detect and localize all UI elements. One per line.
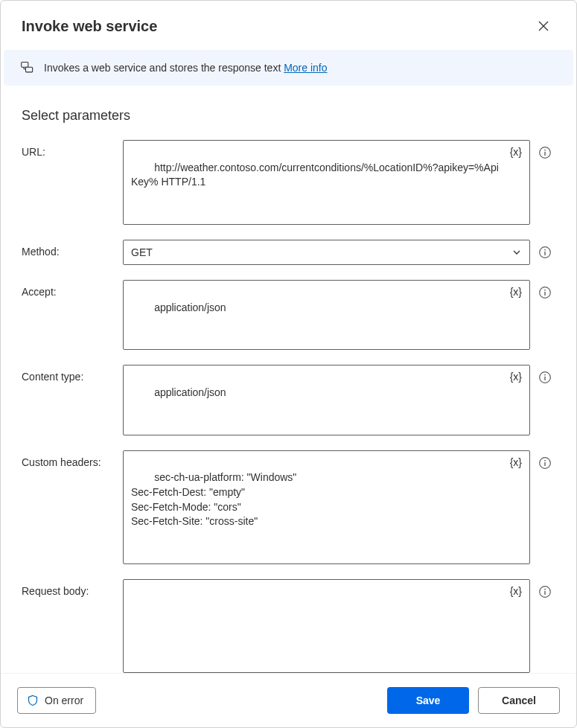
svg-rect-16 — [544, 462, 545, 466]
label-custom-headers: Custom headers: — [22, 450, 115, 468]
label-accept: Accept: — [22, 280, 115, 298]
url-value: http://weather.contoso.com/currentcondit… — [131, 162, 499, 188]
content-type-value: application/json — [154, 386, 226, 398]
row-url: URL: http://weather.contoso.com/currentc… — [22, 140, 555, 225]
row-request-body: Request body: {x} — [22, 579, 555, 673]
svg-point-6 — [544, 249, 546, 251]
cancel-button[interactable]: Cancel — [478, 687, 560, 714]
method-select[interactable]: GET — [123, 240, 530, 265]
close-icon — [538, 21, 549, 31]
svg-rect-10 — [544, 292, 545, 296]
chevron-down-icon — [510, 246, 523, 259]
more-info-link[interactable]: More info — [284, 62, 327, 74]
svg-rect-0 — [22, 63, 28, 68]
variable-picker-button[interactable]: {x} — [507, 582, 525, 600]
svg-rect-13 — [544, 377, 545, 380]
label-method: Method: — [22, 240, 115, 258]
svg-point-12 — [544, 374, 546, 376]
on-error-button[interactable]: On error — [17, 687, 96, 714]
dialog-content: Select parameters URL: http://weather.co… — [1, 93, 576, 673]
save-button[interactable]: Save — [387, 687, 469, 714]
label-request-body: Request body: — [22, 579, 115, 597]
info-icon[interactable] — [538, 584, 552, 599]
info-icon[interactable] — [538, 285, 552, 300]
invoke-web-service-dialog: Invoke web service Invokes a web service… — [0, 0, 577, 728]
url-input[interactable]: http://weather.contoso.com/currentcondit… — [123, 140, 530, 225]
variable-picker-button[interactable]: {x} — [507, 283, 525, 301]
custom-headers-value: sec-ch-ua-platform: "Windows" Sec-Fetch-… — [131, 471, 296, 527]
svg-rect-19 — [544, 591, 545, 595]
row-content-type: Content type: application/json {x} — [22, 365, 555, 435]
dialog-title: Invoke web service — [22, 18, 157, 35]
label-url: URL: — [22, 140, 115, 158]
row-method: Method: GET — [22, 240, 555, 265]
variable-picker-button[interactable]: {x} — [507, 453, 525, 471]
svg-point-18 — [544, 589, 546, 590]
request-body-input[interactable]: {x} — [123, 579, 530, 673]
variable-picker-button[interactable]: {x} — [507, 368, 525, 386]
custom-headers-input[interactable]: sec-ch-ua-platform: "Windows" Sec-Fetch-… — [123, 450, 530, 564]
web-service-icon — [20, 60, 35, 75]
svg-point-15 — [544, 459, 546, 461]
content-type-input[interactable]: application/json {x} — [123, 365, 530, 435]
svg-rect-7 — [544, 252, 545, 255]
dialog-header: Invoke web service — [1, 1, 576, 45]
row-accept: Accept: application/json {x} — [22, 280, 555, 350]
dialog-footer: On error Save Cancel — [1, 673, 576, 727]
info-icon[interactable] — [538, 370, 552, 385]
svg-rect-4 — [544, 152, 545, 156]
shield-icon — [27, 695, 39, 706]
accept-input[interactable]: application/json {x} — [123, 280, 530, 350]
on-error-label: On error — [45, 695, 83, 706]
info-icon[interactable] — [538, 245, 552, 260]
accept-value: application/json — [154, 301, 226, 313]
row-custom-headers: Custom headers: sec-ch-ua-platform: "Win… — [22, 450, 555, 564]
description-banner: Invokes a web service and stores the res… — [4, 50, 573, 86]
svg-point-9 — [544, 290, 546, 291]
variable-picker-button[interactable]: {x} — [507, 143, 525, 161]
close-button[interactable] — [532, 14, 555, 38]
info-icon[interactable] — [538, 145, 552, 160]
banner-text: Invokes a web service and stores the res… — [44, 62, 284, 74]
section-title: Select parameters — [22, 108, 555, 124]
banner-text-container: Invokes a web service and stores the res… — [44, 62, 328, 74]
svg-rect-1 — [26, 67, 33, 72]
method-value: GET — [131, 246, 153, 258]
info-icon[interactable] — [538, 456, 552, 470]
label-content-type: Content type: — [22, 365, 115, 383]
svg-point-3 — [544, 150, 546, 151]
